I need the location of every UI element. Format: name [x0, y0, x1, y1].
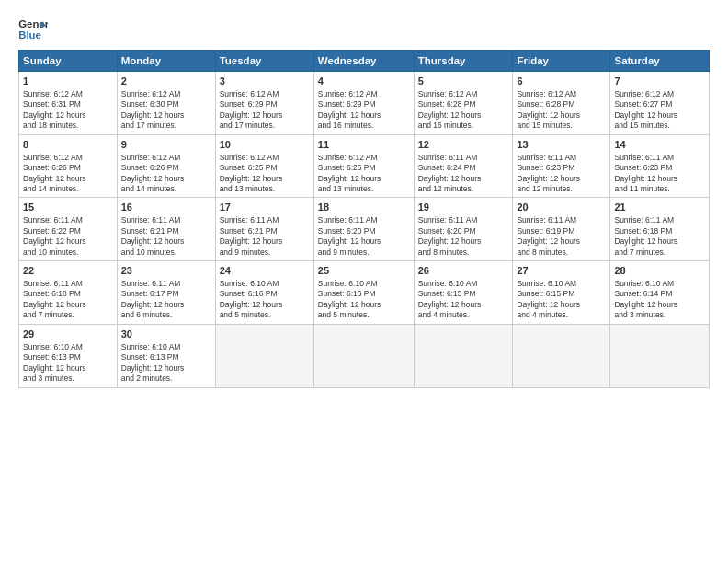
day-number: 9	[121, 138, 211, 152]
day-info-line: Sunset: 6:31 PM	[23, 99, 113, 109]
day-info-line: Daylight: 12 hours	[23, 363, 113, 373]
day-info-line: Daylight: 12 hours	[318, 174, 410, 184]
day-info-line: Sunrise: 6:11 AM	[517, 153, 606, 163]
day-info-line: Daylight: 12 hours	[418, 110, 509, 121]
calendar-cell: 28Sunrise: 6:10 AMSunset: 6:14 PMDayligh…	[610, 261, 710, 325]
day-info-line: Sunrise: 6:10 AM	[614, 279, 705, 289]
day-info-line: Sunrise: 6:11 AM	[23, 215, 113, 225]
calendar-cell: 26Sunrise: 6:10 AMSunset: 6:15 PMDayligh…	[414, 261, 513, 325]
day-info-line: and 2 minutes.	[121, 373, 211, 384]
day-number: 7	[614, 75, 705, 88]
calendar-cell: 16Sunrise: 6:11 AMSunset: 6:21 PMDayligh…	[117, 198, 215, 261]
day-info-line: and 15 minutes.	[517, 121, 606, 131]
day-info-line: Sunrise: 6:12 AM	[121, 89, 211, 99]
day-info-line: Sunset: 6:18 PM	[23, 289, 113, 299]
day-info-line: Daylight: 12 hours	[614, 110, 705, 121]
day-info-line: Daylight: 12 hours	[121, 363, 211, 373]
calendar-cell: 22Sunrise: 6:11 AMSunset: 6:18 PMDayligh…	[19, 261, 118, 325]
day-info-line: Sunset: 6:26 PM	[23, 163, 113, 173]
calendar-cell: 13Sunrise: 6:11 AMSunset: 6:23 PMDayligh…	[513, 134, 610, 198]
day-info-line: Sunrise: 6:12 AM	[517, 89, 606, 99]
day-info-line: Daylight: 12 hours	[517, 174, 606, 184]
calendar-cell: 6Sunrise: 6:12 AMSunset: 6:28 PMDaylight…	[513, 72, 610, 135]
day-info-line: and 3 minutes.	[23, 373, 113, 384]
day-info-line: and 5 minutes.	[220, 310, 310, 320]
day-info-line: Sunrise: 6:10 AM	[121, 342, 211, 352]
day-info-line: Sunset: 6:25 PM	[318, 163, 410, 173]
day-info-line: Sunrise: 6:11 AM	[614, 153, 705, 163]
day-info-line: Sunrise: 6:11 AM	[121, 215, 211, 225]
day-info-line: Daylight: 12 hours	[614, 236, 705, 247]
day-info-line: Daylight: 12 hours	[318, 236, 410, 247]
day-number: 21	[614, 201, 705, 214]
day-info-line: and 17 minutes.	[121, 121, 211, 131]
day-info-line: Sunrise: 6:11 AM	[220, 215, 310, 225]
day-info-line: Daylight: 12 hours	[220, 110, 310, 121]
day-info-line: Sunset: 6:28 PM	[418, 99, 509, 109]
day-number: 4	[318, 75, 410, 88]
day-info-line: Sunrise: 6:12 AM	[220, 89, 310, 99]
day-info-line: Daylight: 12 hours	[318, 110, 410, 121]
day-info-line: Sunset: 6:29 PM	[220, 99, 310, 109]
calendar-cell	[414, 324, 513, 387]
calendar-cell: 21Sunrise: 6:11 AMSunset: 6:18 PMDayligh…	[610, 198, 710, 261]
day-info-line: Sunset: 6:23 PM	[517, 163, 606, 173]
day-number: 20	[517, 201, 606, 214]
day-info-line: Daylight: 12 hours	[517, 236, 606, 247]
weekday-header-tuesday: Tuesday	[215, 51, 313, 72]
calendar-cell: 19Sunrise: 6:11 AMSunset: 6:20 PMDayligh…	[414, 198, 513, 261]
day-number: 27	[517, 264, 606, 278]
calendar-cell: 9Sunrise: 6:12 AMSunset: 6:26 PMDaylight…	[117, 134, 215, 198]
calendar-cell: 2Sunrise: 6:12 AMSunset: 6:30 PMDaylight…	[117, 72, 215, 135]
calendar-week-2: 8Sunrise: 6:12 AMSunset: 6:26 PMDaylight…	[19, 134, 710, 198]
day-info-line: and 18 minutes.	[23, 121, 113, 131]
day-info-line: Sunrise: 6:11 AM	[614, 215, 705, 225]
day-info-line: Sunrise: 6:12 AM	[418, 89, 509, 99]
weekday-header-thursday: Thursday	[414, 51, 513, 72]
day-number: 24	[220, 264, 310, 278]
day-info-line: Sunrise: 6:11 AM	[418, 153, 509, 163]
day-number: 30	[121, 327, 211, 341]
day-info-line: Daylight: 12 hours	[418, 300, 509, 310]
calendar-cell	[215, 324, 313, 387]
day-info-line: Daylight: 12 hours	[23, 236, 113, 247]
calendar-week-4: 22Sunrise: 6:11 AMSunset: 6:18 PMDayligh…	[19, 261, 710, 325]
day-info-line: Daylight: 12 hours	[121, 236, 211, 247]
day-number: 2	[121, 75, 211, 88]
day-number: 5	[418, 75, 509, 88]
day-info-line: Sunrise: 6:12 AM	[614, 89, 705, 99]
calendar-cell: 23Sunrise: 6:11 AMSunset: 6:17 PMDayligh…	[117, 261, 215, 325]
day-number: 29	[23, 327, 113, 341]
day-info-line: and 3 minutes.	[614, 310, 705, 320]
day-info-line: Sunset: 6:26 PM	[121, 163, 211, 173]
logo-icon: General Blue	[18, 17, 48, 42]
day-info-line: Sunrise: 6:11 AM	[418, 215, 509, 225]
day-info-line: Sunrise: 6:11 AM	[517, 215, 606, 225]
day-info-line: Sunrise: 6:11 AM	[318, 215, 410, 225]
calendar-cell: 14Sunrise: 6:11 AMSunset: 6:23 PMDayligh…	[610, 134, 710, 198]
day-number: 14	[614, 138, 705, 152]
calendar-week-3: 15Sunrise: 6:11 AMSunset: 6:22 PMDayligh…	[19, 198, 710, 261]
day-info-line: Sunset: 6:24 PM	[418, 163, 509, 173]
day-info-line: Sunset: 6:16 PM	[318, 289, 410, 299]
calendar-body: 1Sunrise: 6:12 AMSunset: 6:31 PMDaylight…	[19, 72, 710, 388]
day-info-line: Sunset: 6:20 PM	[318, 226, 410, 236]
day-info-line: Sunset: 6:29 PM	[318, 99, 410, 109]
day-info-line: and 15 minutes.	[614, 121, 705, 131]
day-info-line: Sunset: 6:13 PM	[121, 352, 211, 362]
day-info-line: and 9 minutes.	[318, 247, 410, 258]
day-info-line: Daylight: 12 hours	[418, 236, 509, 247]
calendar-table: SundayMondayTuesdayWednesdayThursdayFrid…	[18, 50, 710, 388]
day-info-line: Daylight: 12 hours	[121, 174, 211, 184]
calendar-cell: 20Sunrise: 6:11 AMSunset: 6:19 PMDayligh…	[513, 198, 610, 261]
calendar-cell: 29Sunrise: 6:10 AMSunset: 6:13 PMDayligh…	[19, 324, 118, 387]
svg-text:Blue: Blue	[18, 29, 41, 40]
day-info-line: and 6 minutes.	[121, 310, 211, 320]
day-number: 6	[517, 75, 606, 88]
day-info-line: Sunset: 6:21 PM	[121, 226, 211, 236]
weekday-header-monday: Monday	[117, 51, 215, 72]
day-number: 19	[418, 201, 509, 214]
day-info-line: Daylight: 12 hours	[614, 174, 705, 184]
logo: General Blue	[18, 17, 48, 42]
calendar-cell: 5Sunrise: 6:12 AMSunset: 6:28 PMDaylight…	[414, 72, 513, 135]
